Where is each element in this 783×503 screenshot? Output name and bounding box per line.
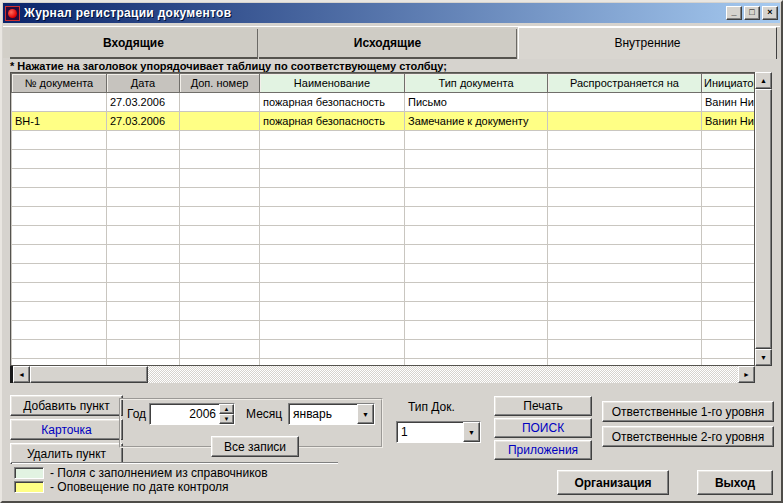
table-cell[interactable] — [12, 207, 107, 226]
scroll-left-icon[interactable]: ◄ — [13, 366, 30, 383]
table-cell[interactable] — [107, 302, 180, 321]
table-cell[interactable] — [107, 150, 180, 169]
table-cell[interactable] — [107, 264, 180, 283]
table-row[interactable] — [12, 283, 755, 302]
search-button[interactable]: ПОИСК — [494, 418, 592, 438]
table-cell[interactable] — [12, 150, 107, 169]
table-row[interactable] — [12, 150, 755, 169]
doc-type-dropdown[interactable]: 1 ▼ — [396, 421, 481, 443]
table-cell[interactable] — [702, 131, 755, 150]
table-cell[interactable] — [405, 207, 548, 226]
table-cell[interactable] — [405, 359, 548, 367]
year-value[interactable]: 2006 — [150, 404, 219, 424]
table-row[interactable]: ВН-1 27.03.2006 пожарная безопасность За… — [12, 112, 755, 131]
table-cell[interactable] — [260, 188, 405, 207]
table-cell[interactable]: ВН-2 — [12, 93, 107, 112]
table-cell[interactable] — [702, 226, 755, 245]
title-bar[interactable]: Журнал регистрации документов _ □ × — [3, 3, 780, 23]
table-cell[interactable]: 27.03.2006 — [107, 112, 180, 131]
table-cell[interactable] — [180, 131, 260, 150]
table-cell[interactable] — [107, 226, 180, 245]
responsible-level2-button[interactable]: Ответственные 2-го уровня — [602, 426, 774, 447]
table-cell[interactable] — [548, 302, 702, 321]
table-cell[interactable] — [548, 321, 702, 340]
table-cell[interactable] — [107, 188, 180, 207]
table-cell[interactable] — [548, 131, 702, 150]
table-cell[interactable] — [180, 150, 260, 169]
table-cell[interactable] — [702, 169, 755, 188]
table-cell[interactable] — [702, 321, 755, 340]
table-cell[interactable] — [180, 207, 260, 226]
table-cell[interactable] — [12, 264, 107, 283]
table-cell[interactable] — [405, 188, 548, 207]
table-cell[interactable] — [405, 264, 548, 283]
table-cell[interactable] — [405, 302, 548, 321]
table-cell[interactable] — [180, 169, 260, 188]
table-cell[interactable] — [260, 283, 405, 302]
table-cell[interactable] — [180, 226, 260, 245]
table-cell[interactable] — [548, 340, 702, 359]
table-cell[interactable] — [180, 93, 260, 112]
table-row[interactable] — [12, 226, 755, 245]
table-cell[interactable] — [12, 169, 107, 188]
table-cell[interactable] — [702, 359, 755, 367]
table-cell[interactable] — [12, 283, 107, 302]
horizontal-scrollbar-track[interactable] — [148, 366, 738, 383]
table-cell[interactable]: Ванин Никол — [702, 93, 755, 112]
year-up-icon[interactable]: ▲ — [219, 404, 234, 414]
table-cell[interactable] — [12, 340, 107, 359]
table-cell[interactable] — [260, 302, 405, 321]
table-row[interactable] — [12, 188, 755, 207]
table-cell[interactable] — [702, 264, 755, 283]
table-cell[interactable]: Письмо — [405, 93, 548, 112]
table-row[interactable] — [12, 302, 755, 321]
table-cell[interactable] — [180, 283, 260, 302]
table-cell[interactable] — [702, 245, 755, 264]
delete-item-button[interactable]: Удалить пункт — [10, 443, 123, 464]
app-icon[interactable] — [5, 6, 20, 21]
horizontal-scrollbar-thumb[interactable] — [30, 366, 148, 383]
table-cell[interactable]: Замечание к документу — [405, 112, 548, 131]
exit-button[interactable]: Выход — [697, 470, 773, 495]
column-header-date[interactable]: Дата — [107, 74, 180, 93]
table-cell[interactable] — [107, 169, 180, 188]
table-cell[interactable] — [107, 359, 180, 367]
table-cell[interactable] — [405, 245, 548, 264]
table-cell[interactable] — [548, 150, 702, 169]
table-cell[interactable] — [12, 188, 107, 207]
table-cell[interactable] — [180, 302, 260, 321]
vertical-scrollbar-thumb[interactable] — [755, 89, 772, 349]
table-row[interactable] — [12, 131, 755, 150]
table-cell[interactable] — [180, 245, 260, 264]
table-cell[interactable] — [12, 245, 107, 264]
year-spinner[interactable]: 2006 ▲ ▼ — [149, 403, 235, 425]
table-cell[interactable] — [548, 207, 702, 226]
column-header-applies-to[interactable]: Распространяется на — [548, 74, 702, 93]
table-cell[interactable] — [260, 264, 405, 283]
table-cell[interactable] — [548, 188, 702, 207]
table-row[interactable] — [12, 264, 755, 283]
table-cell[interactable] — [12, 226, 107, 245]
table-cell[interactable] — [405, 226, 548, 245]
table-cell[interactable] — [548, 112, 702, 131]
table-cell[interactable] — [180, 188, 260, 207]
table-cell[interactable] — [107, 321, 180, 340]
table-cell[interactable] — [180, 340, 260, 359]
table-row[interactable] — [12, 207, 755, 226]
table-row[interactable] — [12, 245, 755, 264]
table-cell[interactable] — [260, 340, 405, 359]
minimize-button[interactable]: _ — [726, 6, 742, 20]
table-cell[interactable] — [180, 321, 260, 340]
month-dropdown-icon[interactable]: ▼ — [357, 404, 374, 424]
table-cell[interactable] — [702, 150, 755, 169]
table-cell[interactable] — [260, 207, 405, 226]
table-cell[interactable] — [702, 302, 755, 321]
print-button[interactable]: Печать — [494, 396, 592, 416]
table-cell[interactable] — [260, 359, 405, 367]
table-cell[interactable] — [702, 188, 755, 207]
scroll-up-icon[interactable]: ▲ — [755, 72, 772, 89]
table-cell[interactable] — [702, 207, 755, 226]
table-cell[interactable] — [548, 245, 702, 264]
card-button[interactable]: Карточка — [10, 419, 123, 440]
table-cell[interactable] — [548, 169, 702, 188]
